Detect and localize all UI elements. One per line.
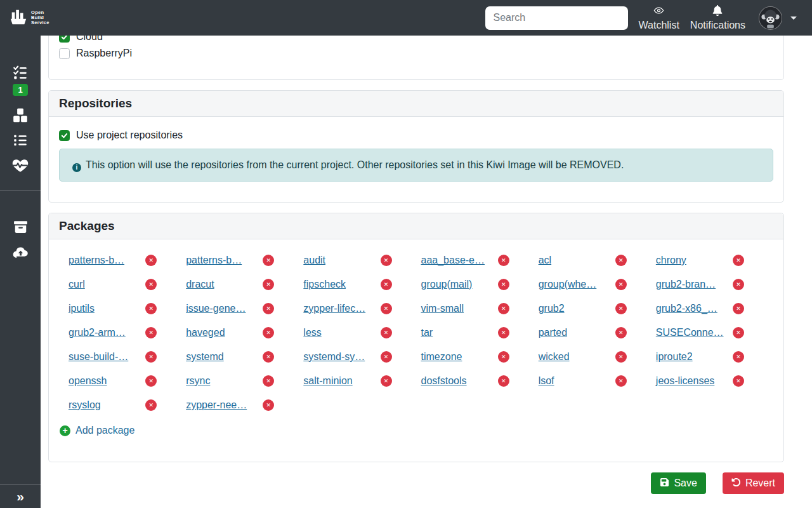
revert-button[interactable]: Revert (723, 472, 784, 494)
watchlist-button[interactable]: Watchlist (639, 5, 679, 30)
package-link[interactable]: iproute2 (656, 351, 693, 363)
package-link[interactable]: rsyslog (69, 399, 101, 411)
archive-box-icon[interactable] (13, 219, 29, 235)
delete-package-icon[interactable]: ✕ (615, 255, 627, 266)
delete-package-icon[interactable]: ✕ (263, 375, 274, 387)
package-link[interactable]: patterns-b… (186, 255, 242, 266)
delete-package-icon[interactable]: ✕ (263, 327, 274, 338)
delete-package-icon[interactable]: ✕ (733, 279, 744, 290)
package-link[interactable]: dosfstools (421, 375, 467, 387)
delete-package-icon[interactable]: ✕ (381, 255, 392, 266)
package-link[interactable]: dracut (186, 279, 214, 290)
package-link[interactable]: grub2-arm… (69, 327, 126, 338)
delete-package-icon[interactable]: ✕ (263, 351, 274, 363)
package-link[interactable]: grub2-bran… (656, 279, 716, 290)
delete-package-icon[interactable]: ✕ (145, 279, 157, 290)
delete-package-icon[interactable]: ✕ (498, 255, 509, 266)
search-input[interactable] (485, 6, 628, 30)
collapse-sidebar-icon[interactable]: » (0, 484, 41, 508)
notifications-button[interactable]: Notifications (690, 5, 745, 30)
package-link[interactable]: vim-small (421, 303, 464, 314)
package-link[interactable]: iputils (69, 303, 95, 314)
use-project-repositories-checkbox[interactable]: Use project repositories (59, 127, 773, 144)
package-link[interactable]: lsof (539, 375, 554, 387)
delete-package-icon[interactable]: ✕ (263, 303, 274, 314)
delete-package-icon[interactable]: ✕ (733, 303, 744, 314)
package-link[interactable]: fipscheck (303, 279, 346, 290)
delete-package-icon[interactable]: ✕ (145, 303, 157, 314)
delete-package-icon[interactable]: ✕ (733, 351, 744, 363)
delete-package-icon[interactable]: ✕ (145, 351, 157, 363)
package-link[interactable]: parted (539, 327, 567, 338)
delete-package-icon[interactable]: ✕ (263, 399, 274, 411)
package-link[interactable]: aaa_base-e… (421, 255, 485, 266)
cloud-upload-icon[interactable] (12, 244, 29, 261)
delete-package-icon[interactable]: ✕ (381, 351, 392, 363)
package-item: openssh✕ (69, 369, 186, 393)
package-link[interactable]: less (303, 327, 321, 338)
delete-package-icon[interactable]: ✕ (733, 255, 744, 266)
heart-pulse-icon[interactable] (12, 157, 29, 174)
delete-package-icon[interactable]: ✕ (145, 255, 157, 266)
delete-package-icon[interactable]: ✕ (381, 303, 392, 314)
delete-package-icon[interactable]: ✕ (498, 303, 509, 314)
package-link[interactable]: zypper-lifec… (303, 303, 365, 314)
image-type-label: RaspberryPi (76, 48, 132, 59)
package-link[interactable]: patterns-b… (69, 255, 124, 266)
package-link[interactable]: zypper-nee… (186, 399, 247, 411)
delete-package-icon[interactable]: ✕ (381, 375, 392, 387)
delete-package-icon[interactable]: ✕ (733, 375, 744, 387)
package-link[interactable]: suse-build-… (69, 351, 128, 363)
package-link[interactable]: SUSEConne… (656, 327, 724, 338)
package-link[interactable]: audit (303, 255, 325, 266)
obs-logo[interactable]: Open Build Service (9, 7, 49, 29)
delete-package-icon[interactable]: ✕ (263, 279, 274, 290)
top-navbar: Open Build Service Watchlist Notificatio… (0, 0, 812, 36)
user-menu[interactable] (759, 6, 797, 30)
delete-package-icon[interactable]: ✕ (615, 279, 627, 290)
delete-package-icon[interactable]: ✕ (615, 327, 627, 338)
delete-package-icon[interactable]: ✕ (381, 279, 392, 290)
package-link[interactable]: issue-gene… (186, 303, 246, 314)
package-link[interactable]: curl (69, 279, 85, 290)
delete-package-icon[interactable]: ✕ (263, 255, 274, 266)
package-link[interactable]: grub2-x86_… (656, 303, 717, 314)
package-link[interactable]: salt-minion (303, 375, 352, 387)
delete-package-icon[interactable]: ✕ (615, 375, 627, 387)
package-item: haveged✕ (186, 321, 303, 345)
package-link[interactable]: openssh (69, 375, 107, 387)
revert-label: Revert (745, 478, 775, 489)
package-link[interactable]: systemd-sy… (303, 351, 365, 363)
checklist-icon[interactable] (12, 64, 29, 81)
package-link[interactable]: acl (539, 255, 551, 266)
package-link[interactable]: grub2 (539, 303, 565, 314)
package-link[interactable]: chrony (656, 255, 686, 266)
delete-package-icon[interactable]: ✕ (615, 303, 627, 314)
package-link[interactable]: jeos-licenses (656, 375, 714, 387)
delete-package-icon[interactable]: ✕ (498, 375, 509, 387)
delete-package-icon[interactable]: ✕ (145, 327, 157, 338)
image-type-option[interactable]: RaspberryPi (59, 45, 773, 62)
delete-package-icon[interactable]: ✕ (498, 327, 509, 338)
delete-package-icon[interactable]: ✕ (498, 279, 509, 290)
delete-package-icon[interactable]: ✕ (381, 327, 392, 338)
delete-package-icon[interactable]: ✕ (498, 351, 509, 363)
plus-circle-icon: + (60, 425, 70, 436)
tasks-count-badge[interactable]: 1 (13, 84, 27, 96)
add-package-button[interactable]: + Add package (60, 425, 773, 436)
cubes-icon[interactable] (12, 107, 29, 124)
list-icon[interactable] (12, 132, 29, 149)
package-link[interactable]: rsync (186, 375, 210, 387)
package-link[interactable]: systemd (186, 351, 224, 363)
delete-package-icon[interactable]: ✕ (145, 399, 157, 411)
delete-package-icon[interactable]: ✕ (145, 375, 157, 387)
package-link[interactable]: timezone (421, 351, 462, 363)
delete-package-icon[interactable]: ✕ (615, 351, 627, 363)
delete-package-icon[interactable]: ✕ (733, 327, 744, 338)
package-link[interactable]: group(mail) (421, 279, 473, 290)
package-link[interactable]: group(whe… (539, 279, 597, 290)
package-link[interactable]: wicked (539, 351, 570, 363)
package-link[interactable]: tar (421, 327, 433, 338)
save-button[interactable]: Save (651, 472, 705, 494)
package-link[interactable]: haveged (186, 327, 225, 338)
